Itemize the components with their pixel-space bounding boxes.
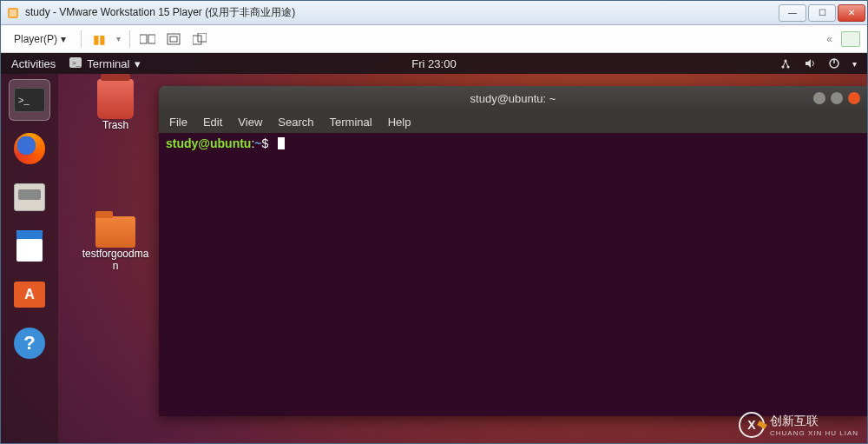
menu-edit[interactable]: Edit bbox=[203, 116, 222, 129]
app-menu-label: Terminal bbox=[87, 57, 129, 70]
host-window-title: study - VMware Workstation 15 Player (仅用… bbox=[25, 5, 779, 20]
chevron-down-icon[interactable]: ▾ bbox=[852, 59, 857, 69]
dock-firefox[interactable] bbox=[9, 128, 50, 169]
keyboard-icon bbox=[140, 33, 155, 45]
terminal-cursor bbox=[278, 137, 285, 149]
svg-rect-1 bbox=[10, 10, 16, 17]
toolbar-separator bbox=[81, 30, 82, 48]
svg-rect-4 bbox=[168, 34, 180, 44]
toolbar-separator bbox=[129, 30, 130, 48]
software-store-icon: A bbox=[14, 282, 45, 308]
dock-software[interactable]: A bbox=[9, 274, 50, 315]
chevron-down-icon[interactable]: ▾ bbox=[116, 34, 121, 43]
vmware-toolbar: Player(P) ▾ ▮▮ ▾ « bbox=[1, 25, 867, 53]
trash-icon bbox=[97, 79, 134, 119]
host-maximize-button[interactable]: ☐ bbox=[808, 4, 836, 22]
prompt-user-host: study@ubuntu bbox=[166, 136, 251, 150]
pause-button[interactable]: ▮▮ bbox=[90, 30, 108, 48]
watermark-logo-icon: X bbox=[739, 412, 765, 438]
activities-button[interactable]: Activities bbox=[11, 57, 56, 70]
unity-button[interactable] bbox=[191, 30, 208, 48]
volume-icon[interactable] bbox=[804, 57, 816, 70]
send-ctrl-alt-del-button[interactable] bbox=[139, 30, 156, 48]
dock-terminal[interactable]: >_ bbox=[9, 79, 50, 121]
firefox-icon bbox=[14, 133, 45, 164]
unity-icon bbox=[193, 33, 207, 45]
menu-file[interactable]: File bbox=[169, 116, 187, 129]
watermark-text: 创新互联 bbox=[770, 414, 819, 427]
ubuntu-dock: >_ A ? bbox=[1, 74, 58, 443]
player-menu-label: Player(P) bbox=[14, 33, 57, 45]
chevron-down-icon: ▾ bbox=[135, 57, 141, 70]
terminal-titlebar[interactable]: study@ubuntu: ~ bbox=[159, 86, 867, 110]
terminal-minimize-button[interactable] bbox=[813, 92, 825, 104]
network-icon[interactable] bbox=[779, 57, 792, 70]
desktop-area: Trash testforgoodman bbox=[81, 79, 150, 272]
folder-label: testforgoodman bbox=[81, 248, 150, 272]
terminal-maximize-button[interactable] bbox=[831, 92, 843, 104]
ubuntu-topbar: Activities >_ Terminal ▾ Fri 23:00 bbox=[1, 53, 867, 74]
app-menu[interactable]: >_ Terminal ▾ bbox=[69, 57, 141, 70]
watermark-subtext: CHUANG XIN HU LIAN bbox=[770, 429, 858, 437]
toolbar-side-button[interactable] bbox=[841, 31, 860, 47]
chevron-down-icon: ▾ bbox=[61, 33, 66, 45]
terminal-icon: >_ bbox=[14, 88, 45, 112]
collapse-toolbar-button[interactable]: « bbox=[826, 33, 832, 45]
player-menu[interactable]: Player(P) ▾ bbox=[8, 30, 72, 48]
trash-label: Trash bbox=[102, 119, 128, 131]
folder-testforgoodman[interactable]: testforgoodman bbox=[81, 216, 150, 272]
guest-display: Activities >_ Terminal ▾ Fri 23:00 bbox=[1, 53, 867, 443]
vmware-icon bbox=[6, 6, 20, 20]
menu-search[interactable]: Search bbox=[278, 116, 313, 129]
svg-text:>_: >_ bbox=[72, 59, 81, 67]
host-window: study - VMware Workstation 15 Player (仅用… bbox=[0, 0, 868, 444]
terminal-body[interactable]: study@ubuntu:~$ bbox=[159, 133, 867, 154]
trash-desktop-icon[interactable]: Trash bbox=[81, 79, 150, 131]
svg-rect-2 bbox=[140, 35, 147, 43]
dock-libreoffice[interactable] bbox=[9, 225, 50, 267]
terminal-close-button[interactable] bbox=[848, 92, 860, 104]
terminal-window[interactable]: study@ubuntu: ~ File Edit View Search Te… bbox=[159, 86, 867, 416]
document-icon bbox=[16, 230, 43, 262]
fullscreen-button[interactable] bbox=[165, 30, 182, 48]
fullscreen-icon bbox=[167, 33, 181, 45]
host-titlebar[interactable]: study - VMware Workstation 15 Player (仅用… bbox=[1, 1, 867, 25]
terminal-menubar: File Edit View Search Terminal Help bbox=[159, 110, 867, 133]
terminal-indicator-icon: >_ bbox=[69, 57, 82, 70]
power-icon[interactable] bbox=[828, 57, 840, 70]
menu-terminal[interactable]: Terminal bbox=[330, 116, 372, 129]
host-minimize-button[interactable]: — bbox=[779, 4, 806, 22]
svg-rect-7 bbox=[198, 33, 207, 42]
svg-rect-6 bbox=[193, 36, 201, 44]
dock-files[interactable] bbox=[9, 176, 50, 218]
svg-rect-3 bbox=[148, 35, 155, 43]
prompt-path: ~ bbox=[254, 136, 261, 150]
help-icon: ? bbox=[14, 328, 45, 359]
svg-rect-5 bbox=[170, 36, 177, 42]
pause-icon: ▮▮ bbox=[93, 32, 105, 46]
folder-icon bbox=[95, 216, 135, 248]
host-close-button[interactable]: ✕ bbox=[838, 4, 865, 22]
files-icon bbox=[14, 183, 45, 211]
clock[interactable]: Fri 23:00 bbox=[411, 57, 456, 70]
prompt-char: $ bbox=[262, 136, 269, 150]
menu-view[interactable]: View bbox=[238, 116, 262, 129]
dock-help[interactable]: ? bbox=[9, 322, 50, 364]
menu-help[interactable]: Help bbox=[388, 116, 411, 129]
watermark: X 创新互联 CHUANG XIN HU LIAN bbox=[739, 412, 858, 438]
terminal-title: study@ubuntu: ~ bbox=[470, 92, 556, 105]
